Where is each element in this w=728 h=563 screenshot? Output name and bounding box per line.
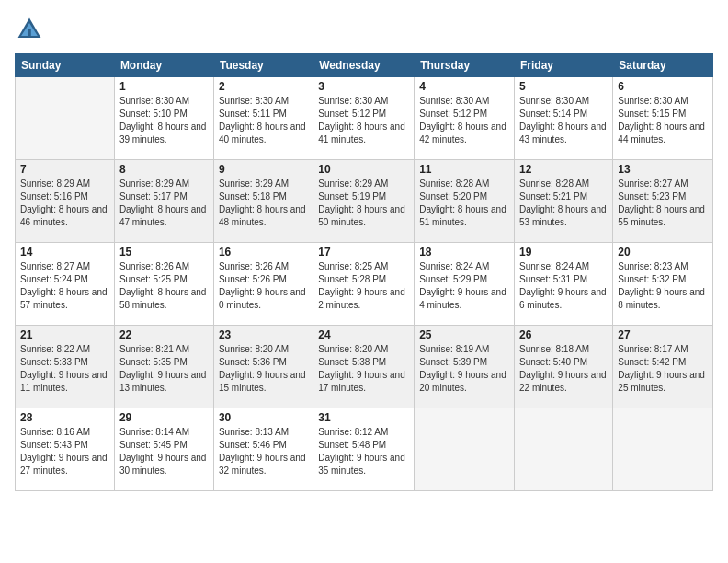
day-number: 17 (318, 246, 409, 259)
day-number: 7 (20, 163, 109, 176)
calendar-cell: 11Sunrise: 8:28 AM Sunset: 5:20 PM Dayli… (415, 160, 515, 243)
day-number: 31 (318, 411, 409, 424)
calendar-cell: 23Sunrise: 8:20 AM Sunset: 5:36 PM Dayli… (213, 326, 313, 408)
day-number: 13 (618, 163, 708, 176)
day-number: 10 (318, 163, 409, 176)
day-info: Sunrise: 8:29 AM Sunset: 5:19 PM Dayligh… (318, 178, 409, 229)
day-info: Sunrise: 8:27 AM Sunset: 5:24 PM Dayligh… (20, 260, 109, 312)
calendar-cell: 13Sunrise: 8:27 AM Sunset: 5:23 PM Dayli… (613, 160, 713, 243)
day-number: 20 (618, 246, 708, 259)
calendar-cell: 4Sunrise: 8:30 AM Sunset: 5:12 PM Daylig… (415, 77, 515, 160)
day-info: Sunrise: 8:24 AM Sunset: 5:31 PM Dayligh… (519, 260, 608, 312)
calendar-cell (16, 77, 115, 160)
calendar-cell: 30Sunrise: 8:13 AM Sunset: 5:46 PM Dayli… (213, 408, 313, 491)
day-info: Sunrise: 8:30 AM Sunset: 5:12 PM Dayligh… (318, 95, 409, 146)
day-info: Sunrise: 8:29 AM Sunset: 5:18 PM Dayligh… (219, 178, 308, 229)
day-number: 27 (618, 328, 708, 341)
logo-icon (15, 15, 44, 44)
day-number: 9 (219, 163, 308, 176)
calendar-cell: 5Sunrise: 8:30 AM Sunset: 5:14 PM Daylig… (515, 77, 613, 160)
weekday-header-tuesday: Tuesday (213, 54, 313, 77)
calendar-cell: 18Sunrise: 8:24 AM Sunset: 5:29 PM Dayli… (415, 243, 515, 326)
day-info: Sunrise: 8:16 AM Sunset: 5:43 PM Dayligh… (20, 426, 109, 477)
calendar-header-row: SundayMondayTuesdayWednesdayThursdayFrid… (16, 54, 713, 77)
weekday-header-wednesday: Wednesday (313, 54, 415, 77)
calendar-cell: 25Sunrise: 8:19 AM Sunset: 5:39 PM Dayli… (415, 326, 515, 408)
day-number: 8 (119, 163, 209, 176)
calendar-week-row: 7Sunrise: 8:29 AM Sunset: 5:16 PM Daylig… (16, 160, 713, 243)
day-info: Sunrise: 8:19 AM Sunset: 5:39 PM Dayligh… (419, 343, 509, 395)
day-info: Sunrise: 8:25 AM Sunset: 5:28 PM Dayligh… (318, 260, 409, 312)
day-number: 19 (519, 246, 608, 259)
calendar-cell: 3Sunrise: 8:30 AM Sunset: 5:12 PM Daylig… (313, 77, 415, 160)
header (15, 15, 713, 44)
day-number: 22 (119, 328, 209, 341)
calendar-cell: 20Sunrise: 8:23 AM Sunset: 5:32 PM Dayli… (613, 243, 713, 326)
calendar-cell: 19Sunrise: 8:24 AM Sunset: 5:31 PM Dayli… (515, 243, 613, 326)
calendar-cell: 15Sunrise: 8:26 AM Sunset: 5:25 PM Dayli… (114, 243, 213, 326)
day-number: 24 (318, 328, 409, 341)
day-info: Sunrise: 8:28 AM Sunset: 5:20 PM Dayligh… (419, 178, 509, 229)
calendar-cell: 17Sunrise: 8:25 AM Sunset: 5:28 PM Dayli… (313, 243, 415, 326)
day-info: Sunrise: 8:26 AM Sunset: 5:26 PM Dayligh… (219, 260, 308, 312)
day-info: Sunrise: 8:28 AM Sunset: 5:21 PM Dayligh… (519, 178, 608, 229)
day-info: Sunrise: 8:30 AM Sunset: 5:14 PM Dayligh… (519, 95, 608, 146)
calendar-cell: 9Sunrise: 8:29 AM Sunset: 5:18 PM Daylig… (213, 160, 313, 243)
day-number: 28 (20, 411, 109, 424)
day-info: Sunrise: 8:12 AM Sunset: 5:48 PM Dayligh… (318, 426, 409, 477)
day-number: 1 (119, 80, 209, 93)
weekday-header-sunday: Sunday (16, 54, 115, 77)
calendar-cell: 21Sunrise: 8:22 AM Sunset: 5:33 PM Dayli… (16, 326, 115, 408)
calendar-cell (613, 408, 713, 491)
calendar-cell: 22Sunrise: 8:21 AM Sunset: 5:35 PM Dayli… (114, 326, 213, 408)
page-container: SundayMondayTuesdayWednesdayThursdayFrid… (0, 0, 728, 563)
calendar-cell (415, 408, 515, 491)
day-number: 21 (20, 328, 109, 341)
calendar-week-row: 28Sunrise: 8:16 AM Sunset: 5:43 PM Dayli… (16, 408, 713, 491)
day-number: 5 (519, 80, 608, 93)
calendar-cell: 7Sunrise: 8:29 AM Sunset: 5:16 PM Daylig… (16, 160, 115, 243)
calendar-week-row: 21Sunrise: 8:22 AM Sunset: 5:33 PM Dayli… (16, 326, 713, 408)
day-info: Sunrise: 8:20 AM Sunset: 5:36 PM Dayligh… (219, 343, 308, 395)
day-info: Sunrise: 8:23 AM Sunset: 5:32 PM Dayligh… (618, 260, 708, 312)
day-info: Sunrise: 8:24 AM Sunset: 5:29 PM Dayligh… (419, 260, 509, 312)
day-number: 16 (219, 246, 308, 259)
day-info: Sunrise: 8:17 AM Sunset: 5:42 PM Dayligh… (618, 343, 708, 395)
day-number: 25 (419, 328, 509, 341)
day-info: Sunrise: 8:30 AM Sunset: 5:15 PM Dayligh… (618, 95, 708, 146)
calendar-cell: 29Sunrise: 8:14 AM Sunset: 5:45 PM Dayli… (114, 408, 213, 491)
calendar-cell: 14Sunrise: 8:27 AM Sunset: 5:24 PM Dayli… (16, 243, 115, 326)
day-info: Sunrise: 8:29 AM Sunset: 5:16 PM Dayligh… (20, 178, 109, 229)
calendar-cell: 6Sunrise: 8:30 AM Sunset: 5:15 PM Daylig… (613, 77, 713, 160)
calendar-cell: 10Sunrise: 8:29 AM Sunset: 5:19 PM Dayli… (313, 160, 415, 243)
day-info: Sunrise: 8:14 AM Sunset: 5:45 PM Dayligh… (119, 426, 209, 477)
day-number: 29 (119, 411, 209, 424)
calendar-cell: 27Sunrise: 8:17 AM Sunset: 5:42 PM Dayli… (613, 326, 713, 408)
calendar-week-row: 1Sunrise: 8:30 AM Sunset: 5:10 PM Daylig… (16, 77, 713, 160)
weekday-header-saturday: Saturday (613, 54, 713, 77)
day-number: 12 (519, 163, 608, 176)
calendar-cell: 26Sunrise: 8:18 AM Sunset: 5:40 PM Dayli… (515, 326, 613, 408)
day-number: 14 (20, 246, 109, 259)
day-number: 15 (119, 246, 209, 259)
day-info: Sunrise: 8:21 AM Sunset: 5:35 PM Dayligh… (119, 343, 209, 395)
day-number: 4 (419, 80, 509, 93)
day-number: 3 (318, 80, 409, 93)
calendar-cell: 1Sunrise: 8:30 AM Sunset: 5:10 PM Daylig… (114, 77, 213, 160)
calendar-cell: 24Sunrise: 8:20 AM Sunset: 5:38 PM Dayli… (313, 326, 415, 408)
day-number: 30 (219, 411, 308, 424)
calendar-cell: 31Sunrise: 8:12 AM Sunset: 5:48 PM Dayli… (313, 408, 415, 491)
logo (15, 15, 48, 44)
day-info: Sunrise: 8:27 AM Sunset: 5:23 PM Dayligh… (618, 178, 708, 229)
day-info: Sunrise: 8:26 AM Sunset: 5:25 PM Dayligh… (119, 260, 209, 312)
day-info: Sunrise: 8:30 AM Sunset: 5:11 PM Dayligh… (219, 95, 308, 146)
calendar-table: SundayMondayTuesdayWednesdayThursdayFrid… (15, 53, 713, 491)
day-number: 2 (219, 80, 308, 93)
day-info: Sunrise: 8:30 AM Sunset: 5:12 PM Dayligh… (419, 95, 509, 146)
day-number: 26 (519, 328, 608, 341)
calendar-cell: 16Sunrise: 8:26 AM Sunset: 5:26 PM Dayli… (213, 243, 313, 326)
day-number: 23 (219, 328, 308, 341)
calendar-cell: 2Sunrise: 8:30 AM Sunset: 5:11 PM Daylig… (213, 77, 313, 160)
weekday-header-monday: Monday (114, 54, 213, 77)
day-number: 18 (419, 246, 509, 259)
